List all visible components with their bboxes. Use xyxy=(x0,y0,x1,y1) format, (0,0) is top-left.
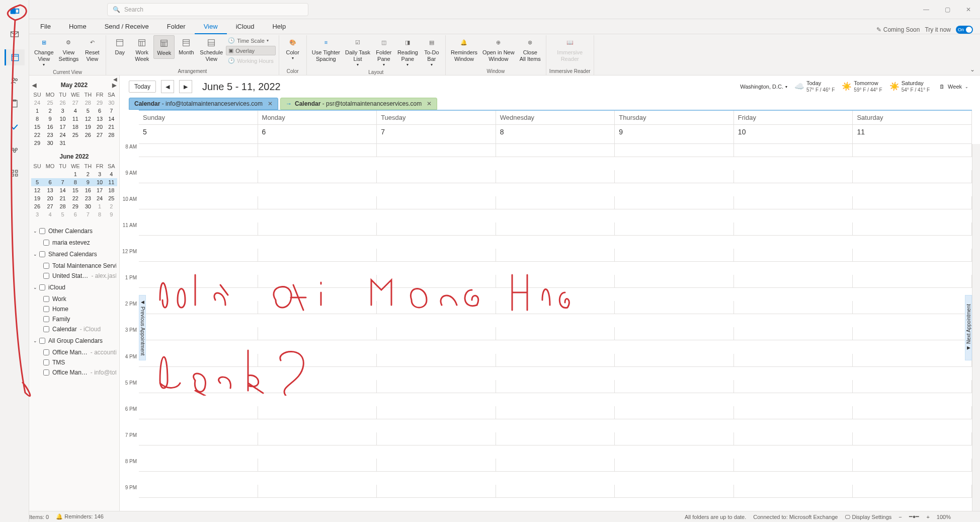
close-tab-button[interactable]: ✕ xyxy=(427,100,432,107)
time-cell[interactable] xyxy=(377,170,496,183)
menu-view[interactable]: View xyxy=(195,20,227,34)
time-cell[interactable] xyxy=(377,327,496,340)
week-button[interactable]: Week xyxy=(153,35,175,59)
tree-group-other-calendars[interactable]: ⌄Other Calendars xyxy=(32,225,116,238)
time-cell[interactable] xyxy=(496,170,615,183)
mini-cal-day[interactable]: 15 xyxy=(31,123,43,131)
time-cell[interactable] xyxy=(496,327,615,340)
close-all-items-button[interactable]: ⊗Close All Items xyxy=(518,35,543,64)
mini-cal-day[interactable]: 4 xyxy=(106,170,117,178)
mini-cal-day[interactable] xyxy=(82,139,94,147)
time-cell[interactable] xyxy=(377,406,496,419)
tree-item[interactable]: Work xyxy=(32,294,116,304)
time-cell[interactable] xyxy=(258,432,377,445)
mini-cal-day[interactable]: 25 xyxy=(43,99,57,107)
mini-cal-day[interactable]: 13 xyxy=(43,186,57,194)
day-date[interactable]: 11 xyxy=(853,125,972,144)
view-selector[interactable]: 🗓 Week ⌄ xyxy=(937,82,971,91)
mini-cal-week[interactable]: 12131415161718 xyxy=(31,186,117,194)
try-it-now-toggle[interactable]: On xyxy=(956,26,973,34)
tree-item[interactable]: United Stat… - alex.jaslo… xyxy=(32,271,116,281)
time-cell[interactable] xyxy=(615,406,734,419)
schedule-view-button[interactable]: Schedule View xyxy=(198,35,225,64)
time-cell[interactable] xyxy=(377,354,496,367)
weather-day[interactable]: ☀️Tomorrow59° F / 44° F xyxy=(842,80,882,93)
time-cell[interactable] xyxy=(377,275,496,288)
menu-send-receive[interactable]: Send / Receive xyxy=(96,20,158,34)
time-cell[interactable] xyxy=(258,196,377,209)
prev-month-button[interactable]: ◀ xyxy=(32,82,36,89)
mini-cal-day[interactable]: 18 xyxy=(68,123,82,131)
mini-cal-day[interactable]: 9 xyxy=(43,115,57,123)
mini-cal-week[interactable]: 15161718192021 xyxy=(31,123,117,131)
time-scale-button[interactable]: 🕓Time Scale ▾ xyxy=(226,36,276,45)
mini-cal-day[interactable] xyxy=(94,139,105,147)
mini-cal-day[interactable]: 30 xyxy=(82,202,94,210)
month-button[interactable]: Month xyxy=(176,35,197,58)
mini-cal-day[interactable]: 24 xyxy=(57,131,68,139)
mini-cal-day[interactable]: 8 xyxy=(68,178,82,186)
time-cell[interactable] xyxy=(139,301,258,314)
time-cell[interactable] xyxy=(734,222,853,236)
mini-cal-day[interactable]: 29 xyxy=(31,139,43,147)
change-view-button[interactable]: ⊞Change View ▾ xyxy=(32,35,56,69)
reading-pane-button[interactable]: ◨Reading Pane ▾ xyxy=(395,35,420,69)
prev-week-button[interactable]: ◀ xyxy=(161,80,174,93)
day-date[interactable]: 9 xyxy=(615,125,734,144)
time-cell[interactable] xyxy=(615,380,734,393)
tree-group-all-group-calendars[interactable]: ⌄All Group Calendars xyxy=(32,334,116,347)
zoom-in-button[interactable]: + xyxy=(926,514,929,520)
time-cell[interactable] xyxy=(853,380,972,393)
mini-cal-day[interactable]: 5 xyxy=(57,210,68,218)
mini-cal-day[interactable]: 10 xyxy=(94,178,105,186)
mini-cal-day[interactable]: 17 xyxy=(94,186,105,194)
calendar-checkbox[interactable] xyxy=(43,306,49,312)
time-cell[interactable] xyxy=(615,432,734,445)
day-date[interactable]: 7 xyxy=(377,125,496,144)
mini-cal-day[interactable]: 24 xyxy=(31,99,43,107)
search-input[interactable]: 🔍 Search xyxy=(107,3,308,16)
mini-cal-week[interactable]: 293031 xyxy=(31,139,117,147)
todo-bar-button[interactable]: ▤To-Do Bar ▾ xyxy=(421,35,442,69)
time-cell[interactable] xyxy=(139,354,258,367)
immersive-reader-button[interactable]: 📖Immersive Reader xyxy=(555,35,585,64)
group-checkbox[interactable] xyxy=(39,251,45,257)
mini-cal-day[interactable]: 31 xyxy=(57,139,68,147)
mini-cal-day[interactable]: 11 xyxy=(68,115,82,123)
tree-item[interactable]: Total Maintenance Servi… xyxy=(32,261,116,271)
reminders-window-button[interactable]: 🔔Reminders Window xyxy=(449,35,479,64)
group-checkbox[interactable] xyxy=(39,284,45,290)
time-cell[interactable] xyxy=(258,485,377,498)
mini-cal-day[interactable]: 8 xyxy=(94,210,105,218)
overlay-button[interactable]: ▣Overlay xyxy=(226,46,276,55)
time-cell[interactable] xyxy=(853,144,972,157)
time-cell[interactable] xyxy=(853,354,972,367)
time-cell[interactable] xyxy=(258,275,377,288)
time-cell[interactable] xyxy=(496,485,615,498)
mini-cal-day[interactable]: 1 xyxy=(31,107,43,115)
vertical-scrollbar[interactable] xyxy=(972,144,980,511)
time-cell[interactable] xyxy=(734,275,853,288)
time-cell[interactable] xyxy=(853,196,972,209)
mini-cal-day[interactable]: 4 xyxy=(43,210,57,218)
menu-home[interactable]: Home xyxy=(60,20,96,34)
time-cell[interactable] xyxy=(496,301,615,314)
mini-cal-day[interactable] xyxy=(31,170,43,178)
nav-tasks-icon[interactable] xyxy=(5,96,25,112)
time-cell[interactable] xyxy=(377,249,496,262)
weather-day[interactable]: ☀️Saturday54° F / 41° F xyxy=(889,80,930,93)
mini-cal-week[interactable]: 24252627282930 xyxy=(31,99,117,107)
tree-item[interactable]: Home xyxy=(32,304,116,314)
mini-cal-day[interactable]: 21 xyxy=(106,123,117,131)
time-cell[interactable] xyxy=(139,144,258,157)
tree-group-icloud[interactable]: ⌄iCloud xyxy=(32,281,116,294)
time-cell[interactable] xyxy=(496,222,615,236)
mini-cal-day[interactable]: 30 xyxy=(43,139,57,147)
time-cell[interactable] xyxy=(734,301,853,314)
time-cell[interactable] xyxy=(853,327,972,340)
mini-cal-day[interactable]: 19 xyxy=(82,123,94,131)
time-cell[interactable] xyxy=(377,196,496,209)
weather-location[interactable]: Washington, D.C. ▾ xyxy=(740,84,787,90)
mini-cal-day[interactable]: 28 xyxy=(82,99,94,107)
mini-cal-day[interactable]: 28 xyxy=(106,131,117,139)
